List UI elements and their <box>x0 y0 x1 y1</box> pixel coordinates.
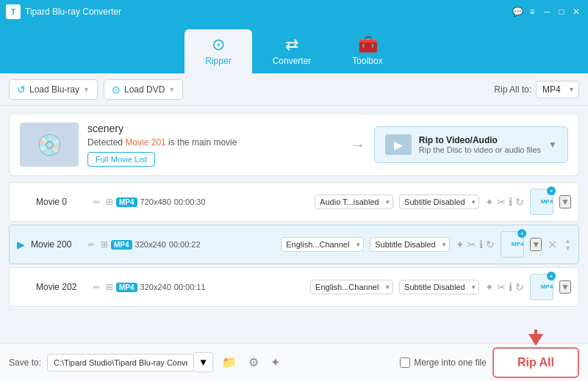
movie-202-rotate-btn[interactable]: ↻ <box>515 281 524 293</box>
movie-0-info: ⊞ MP4 720x480 00:00:30 <box>106 197 206 207</box>
movie-202-subtitle-select[interactable]: Subtitle Disabled <box>399 280 479 294</box>
merge-label-text: Merge into one file <box>414 358 487 368</box>
movie-202-cut-btn[interactable]: ✂ <box>497 281 506 293</box>
movie-0-audio-wrap[interactable]: Audio T...isabled <box>315 195 393 209</box>
settings-btn[interactable]: ⚙ <box>245 352 262 372</box>
rip-all-button[interactable]: Rip All <box>492 347 579 378</box>
load-bluray-label: Load Blu-ray <box>29 84 79 95</box>
mp4-dot-0: + <box>547 186 556 195</box>
full-movie-list-button[interactable]: Full Movie List <box>87 152 155 167</box>
film-grid-icon-202: ⊞ <box>106 282 113 292</box>
move-down-btn-200[interactable]: ▼ <box>564 245 571 252</box>
movie-200-audio-wrap[interactable]: English...Channel <box>281 237 364 252</box>
save-path-dropdown-btn[interactable]: ▼ <box>194 352 213 372</box>
move-up-btn-200[interactable]: ▲ <box>564 238 571 244</box>
dvd-icon: ⊙ <box>112 84 121 95</box>
movie-200-cut-btn[interactable]: ✂ <box>467 239 476 250</box>
movie-0-rotate-btn[interactable]: ↻ <box>515 196 524 208</box>
movie-200-format: MP4 <box>111 240 132 250</box>
minimize-btn[interactable]: ─ <box>541 6 553 18</box>
film-grid-icon-200: ⊞ <box>101 239 108 250</box>
movie-200-effects-btn[interactable]: ✦ <box>456 239 465 250</box>
movie-202-actions: ✦ ✂ ℹ ↻ <box>485 281 524 293</box>
title-bar: T Tipard Blu-ray Converter 💬 ≡ ─ □ ✕ <box>0 0 588 23</box>
merge-checkbox-input[interactable] <box>400 358 410 368</box>
effects-footer-btn[interactable]: ✦ <box>268 352 283 372</box>
movie-200-resolution: 320x240 <box>135 240 166 249</box>
movie-200-subtitle-wrap[interactable]: Subtitle Disabled <box>370 237 450 252</box>
movie-200-subtitle-select[interactable]: Subtitle Disabled <box>370 237 450 252</box>
movie-202-audio-select[interactable]: English...Channel <box>310 280 393 294</box>
save-path-wrap: ▼ <box>47 352 213 372</box>
movie-0-effects-btn[interactable]: ✦ <box>485 196 494 208</box>
movie-200-info-btn[interactable]: ℹ <box>479 239 483 250</box>
movie-202-format: MP4 <box>116 283 137 292</box>
mp4-dot-202: + <box>547 272 556 280</box>
window-controls: 💬 ≡ ─ □ ✕ <box>512 6 582 18</box>
rip-all-format-select[interactable]: MP4 <box>536 81 579 98</box>
load-dvd-arrow: ▼ <box>168 86 175 93</box>
movie-0-format-icon: + MP4 <box>530 189 553 215</box>
maximize-btn[interactable]: □ <box>556 6 567 18</box>
movie-200-dropdown-btn[interactable]: ▼ <box>530 238 542 251</box>
movie-0-dropdown-btn[interactable]: ▼ <box>559 195 571 208</box>
app-logo: T <box>6 4 21 19</box>
movie-0-cut-btn[interactable]: ✂ <box>497 196 506 208</box>
movie-202-info-btn[interactable]: ℹ <box>509 281 512 293</box>
movie-0-name: Movie 0 <box>36 197 87 207</box>
movie-0-edit-icon[interactable]: ✏ <box>93 197 100 207</box>
movie-202-subtitle-wrap[interactable]: Subtitle Disabled <box>399 280 479 294</box>
movie-200-rotate-btn[interactable]: ↻ <box>486 239 495 250</box>
movie-info: scenery Detected Movie 201 is the main m… <box>87 123 342 167</box>
movie-row-202: Movie 202 ✏ ⊞ MP4 320x240 00:00:11 Engli… <box>9 267 579 307</box>
movie-0-subtitle-wrap[interactable]: Subtitle Disabled <box>399 195 479 209</box>
movie-detected-text: Detected Movie 201 is the main movie <box>87 137 342 148</box>
rip-all-format-wrap[interactable]: MP4 <box>536 81 579 98</box>
movie-202-info: ⊞ MP4 320x240 00:00:11 <box>106 282 206 292</box>
movie-0-audio-select[interactable]: Audio T...isabled <box>315 195 393 209</box>
rip-all-to-label: Rip All to: <box>494 84 531 95</box>
movie-202-format-icon: + MP4 <box>530 274 553 300</box>
disc-icon: 💿 <box>37 133 62 157</box>
menu-icon[interactable]: ≡ <box>526 6 538 18</box>
converter-icon: ⇄ <box>285 35 298 54</box>
movie-200-actions: ✦ ✂ ℹ ↻ <box>456 239 495 250</box>
save-path-input[interactable] <box>47 354 194 371</box>
nav-toolbox[interactable]: 🧰 Toolbox <box>331 29 403 73</box>
movie-highlight: Movie 201 <box>125 137 165 148</box>
message-icon[interactable]: 💬 <box>512 6 523 18</box>
load-dvd-label: Load DVD <box>124 84 165 95</box>
load-dvd-button[interactable]: ⊙ Load DVD ▼ <box>104 79 183 100</box>
toolbar: ↺ Load Blu-ray ▼ ⊙ Load DVD ▼ Rip All to… <box>0 73 588 106</box>
mp4-dot-200: + <box>517 229 526 238</box>
movie-200-play-icon[interactable]: ▶ <box>17 239 25 250</box>
movie-row-0: Movie 0 ✏ ⊞ MP4 720x480 00:00:30 Audio T… <box>9 182 579 222</box>
movie-200-close-btn[interactable]: ✕ <box>548 238 557 252</box>
toolbox-icon: 🧰 <box>358 35 378 54</box>
movie-202-effects-btn[interactable]: ✦ <box>485 281 494 293</box>
movie-card: 💿 scenery Detected Movie 201 is the main… <box>9 113 579 176</box>
nav-converter[interactable]: ⇄ Converter <box>252 29 332 73</box>
movie-200-edit-icon[interactable]: ✏ <box>88 240 95 250</box>
movie-0-resolution: 720x480 <box>140 197 171 206</box>
close-btn[interactable]: ✕ <box>570 6 582 18</box>
open-folder-btn[interactable]: 📁 <box>219 352 240 372</box>
movie-0-info-btn[interactable]: ℹ <box>509 196 512 208</box>
rip-all-to-section: Rip All to: MP4 <box>494 81 579 98</box>
merge-checkbox-label[interactable]: Merge into one file <box>400 358 487 368</box>
movie-list: Movie 0 ✏ ⊞ MP4 720x480 00:00:30 Audio T… <box>9 182 579 307</box>
rip-video-box[interactable]: ▶ Rip to Video/Audio Rip the Disc to vid… <box>374 126 568 163</box>
nav-ripper-label: Ripper <box>205 56 231 66</box>
movie-0-subtitle-select[interactable]: Subtitle Disabled <box>399 195 479 209</box>
movie-200-audio-select[interactable]: English...Channel <box>281 237 364 252</box>
movie-202-dropdown-btn[interactable]: ▼ <box>559 280 571 294</box>
arrow-right-icon: → <box>351 137 365 153</box>
rip-video-dropdown-icon[interactable]: ▼ <box>548 139 557 150</box>
movie-202-audio-wrap[interactable]: English...Channel <box>310 280 393 294</box>
movie-202-edit-icon[interactable]: ✏ <box>93 283 100 292</box>
nav-ripper[interactable]: ⊙ Ripper <box>184 29 251 73</box>
movie-200-name: Movie 200 <box>31 239 82 250</box>
load-bluray-button[interactable]: ↺ Load Blu-ray ▼ <box>9 79 98 100</box>
movie-200-duration: 00:00:22 <box>169 240 201 249</box>
nav-toolbox-label: Toolbox <box>352 56 382 66</box>
